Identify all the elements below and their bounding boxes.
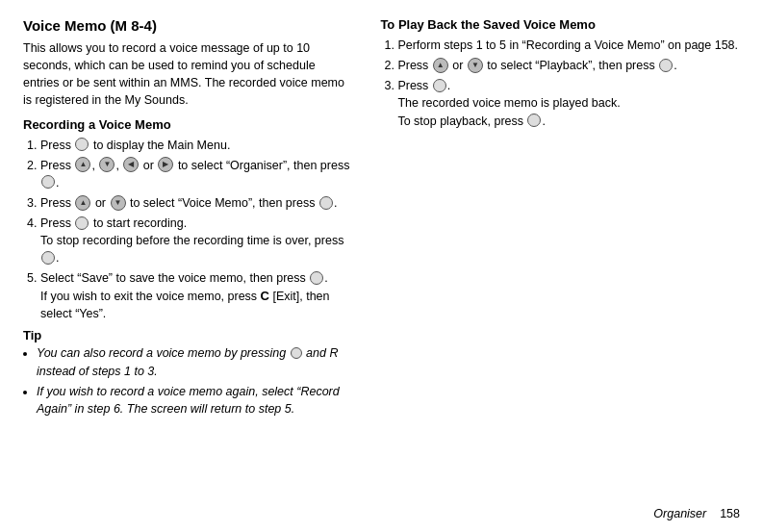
center-button-icon-r3 [433,79,446,92]
nav-up-icon: ▲ [75,157,90,172]
left-step-1: Press to display the Main Menu. [40,137,353,154]
left-steps-list: Press to display the Main Menu. Press ▲,… [23,137,353,323]
nav-down-icon-r: ▼ [468,58,483,73]
nav-right-icon: ▶ [158,157,173,172]
center-button-icon-r2 [659,59,673,72]
right-column: To Play Back the Saved Voice Memo Perfor… [370,17,740,515]
tip-list: You can also record a voice memo by pres… [23,344,353,418]
title-text: Voice Memo [23,17,106,34]
left-step-4: Press to start recording. To stop record… [40,215,353,266]
nav-down-icon: ▼ [99,157,114,172]
center-button-icon-tip [291,347,302,359]
intro-text: This allows you to record a voice messag… [23,39,353,110]
left-section-title: Recording a Voice Memo [23,117,353,132]
left-step-5: Select “Save” to save the voice memo, th… [40,269,353,322]
footer-page: 158 [720,507,740,520]
center-button-icon-4 [75,216,89,230]
center-button-icon-r4 [527,114,541,127]
tip-title: Tip [23,328,41,342]
footer: Organiser 158 [653,507,740,520]
footer-label: Organiser [653,507,706,520]
left-step-2: Press ▲, ▼, ◀ or ▶ to select “Organiser”… [40,157,353,191]
tip-item-1: You can also record a voice memo by pres… [37,344,353,379]
c-key-label: C [261,289,269,303]
nav-left-icon: ◀ [123,157,139,172]
nav-up-icon-r: ▲ [433,58,448,73]
right-step-3: Press . The recorded voice memo is playe… [397,77,740,129]
right-steps-list: Perform steps 1 to 5 in “Recording a Voi… [380,37,740,130]
center-button-icon-2 [41,175,55,189]
left-step-3: Press ▲ or ▼ to select “Voice Memo”, the… [40,194,353,212]
right-section-title: To Play Back the Saved Voice Memo [380,17,740,32]
center-button-icon-3 [319,196,333,210]
center-button-icon-6 [310,271,323,285]
center-button-icon-5 [41,251,55,265]
page-title: Voice Memo (M 8-4) [23,17,353,34]
tip-section: Tip You can also record a voice memo by … [23,328,353,418]
nav-up-icon-2: ▲ [75,195,90,211]
title-code: (M 8-4) [111,17,157,34]
left-column: Voice Memo (M 8-4) This allows you to re… [23,17,370,515]
right-step-1: Perform steps 1 to 5 in “Recording a Voi… [397,37,740,54]
page-container: Voice Memo (M 8-4) This allows you to re… [0,0,763,532]
tip-item-2: If you wish to record a voice memo again… [37,383,353,418]
center-button-icon [75,138,89,151]
right-step-2: Press ▲ or ▼ to select “Playback”, then … [397,57,740,74]
nav-down-icon-2: ▼ [111,195,126,211]
